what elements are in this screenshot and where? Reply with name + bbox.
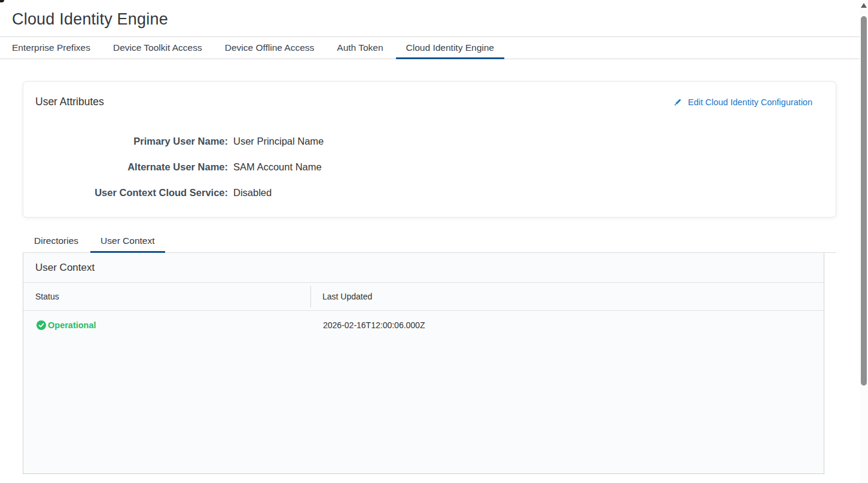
status-cell: Operational	[23, 320, 311, 330]
column-header-last-updated: Last Updated	[311, 292, 372, 301]
edit-cloud-identity-configuration-link[interactable]: Edit Cloud Identity Configuration	[673, 97, 812, 107]
field-value: Disabled	[233, 187, 272, 198]
field-value: User Principal Name	[233, 136, 324, 146]
main-content: Cloud Identity Engine Enterprise Prefixe…	[0, 0, 860, 483]
field-alternate-user-name: Alternate User Name: SAM Account Name	[23, 161, 836, 172]
user-attributes-card: User Attributes Edit Cloud Identity Conf…	[23, 81, 836, 218]
field-user-context-cloud-service: User Context Cloud Service: Disabled	[23, 187, 836, 198]
edit-link-label: Edit Cloud Identity Configuration	[688, 97, 812, 107]
tab-device-offline-access[interactable]: Device Offline Access	[225, 37, 315, 59]
user-context-panel: User Context Status Last Updated Operati…	[23, 253, 824, 474]
field-label: Alternate User Name:	[23, 161, 228, 172]
main-tab-bar: Enterprise Prefixes Device Toolkit Acces…	[0, 36, 860, 59]
field-label: User Context Cloud Service:	[23, 187, 228, 198]
field-label: Primary User Name:	[23, 136, 228, 146]
tab-directories[interactable]: Directories	[34, 229, 78, 252]
page-header: Cloud Identity Engine	[0, 0, 860, 29]
tab-user-context[interactable]: User Context	[100, 229, 154, 252]
user-context-panel-heading: User Context	[23, 253, 824, 283]
check-circle-icon	[36, 320, 46, 330]
vertical-scrollbar[interactable]	[860, 0, 868, 483]
last-updated-cell: 2026-02-16T12:00:06.000Z	[311, 320, 425, 330]
tab-device-toolkit-access[interactable]: Device Toolkit Access	[113, 37, 202, 59]
page-title: Cloud Identity Engine	[12, 10, 860, 29]
user-attributes-fields: Primary User Name: User Principal Name A…	[23, 136, 836, 213]
pencil-icon	[673, 97, 683, 107]
tab-auth-token[interactable]: Auth Token	[337, 37, 383, 59]
tab-enterprise-prefixes[interactable]: Enterprise Prefixes	[12, 37, 90, 59]
status-badge: Operational	[48, 320, 96, 330]
field-value: SAM Account Name	[233, 161, 322, 172]
triangle-up-icon[interactable]	[861, 3, 867, 8]
field-primary-user-name: Primary User Name: User Principal Name	[23, 136, 836, 146]
column-header-status: Status	[23, 292, 310, 301]
scrollbar-thumb[interactable]	[861, 16, 867, 386]
tab-cloud-identity-engine[interactable]: Cloud Identity Engine	[406, 37, 494, 59]
table-header-row: Status Last Updated	[23, 283, 824, 311]
table-row: Operational 2026-02-16T12:00:06.000Z	[23, 311, 824, 330]
sub-tab-bar: Directories User Context	[23, 229, 836, 253]
user-attributes-heading: User Attributes	[35, 96, 104, 108]
